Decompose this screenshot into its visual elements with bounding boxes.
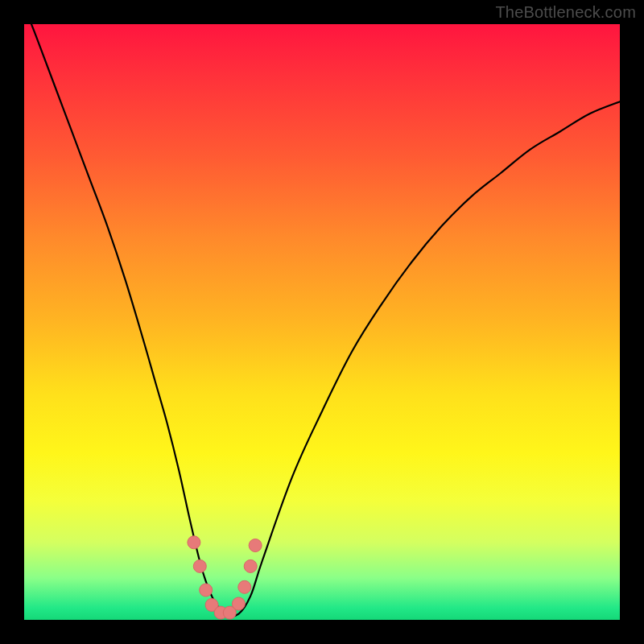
highlight-dot [200, 584, 213, 597]
plot-area [24, 24, 620, 620]
highlight-dot [232, 597, 245, 610]
bottleneck-curve [24, 24, 620, 616]
highlight-dot [238, 580, 251, 593]
highlight-dots [188, 536, 262, 619]
watermark-text: TheBottleneck.com [495, 3, 636, 22]
highlight-dot [193, 559, 206, 572]
chart-frame: TheBottleneck.com [0, 0, 644, 644]
highlight-dot [188, 536, 200, 549]
curve-layer [24, 24, 620, 620]
highlight-dot [244, 559, 257, 572]
highlight-dot [249, 539, 262, 552]
